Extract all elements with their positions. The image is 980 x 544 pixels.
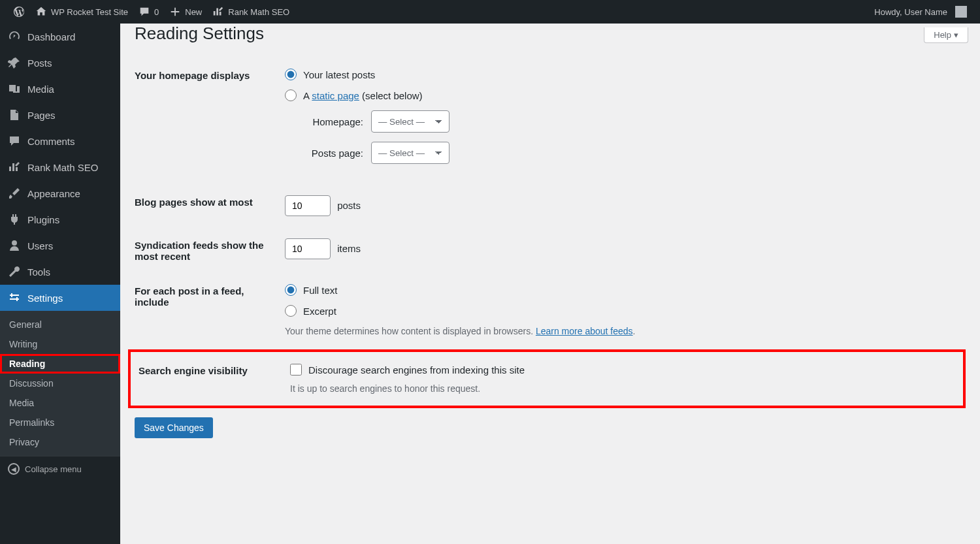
sidebar-item-label: Settings [27,293,63,304]
submenu-discussion[interactable]: Discussion [0,374,120,393]
submenu-writing[interactable]: Writing [0,334,120,354]
sidebar-item-label: Rank Math SEO [27,162,98,173]
learn-more-feeds-link[interactable]: Learn more about feeds [536,326,633,336]
submenu-media[interactable]: Media [0,393,120,413]
comment-icon [8,135,21,148]
wp-logo[interactable] [8,0,30,24]
sidebar-item-label: Tools [27,266,50,278]
pages-icon [8,108,21,121]
admin-sidebar: Dashboard Posts Media Pages Comments Ran… [0,24,120,473]
sidebar-item-pages[interactable]: Pages [0,102,120,128]
home-icon [35,6,47,18]
site-title: WP Rocket Test Site [51,7,128,17]
discourage-checkbox-label[interactable]: Discourage search engines from indexing … [308,364,525,376]
radio-latest-posts-label[interactable]: Your latest posts [303,69,375,80]
sidebar-item-posts[interactable]: Posts [0,50,120,76]
sidebar-item-comments[interactable]: Comments [0,128,120,154]
help-tab[interactable]: Help ▾ [924,27,968,43]
radio-static-page-label[interactable]: A static page (select below) [303,90,423,101]
sidebar-item-label: Comments [27,136,75,147]
dashboard-icon [8,30,21,43]
sidebar-item-plugins[interactable]: Plugins [0,206,120,232]
media-icon [8,82,21,95]
posts-page-select[interactable]: — Select — [371,142,449,164]
comments-count: 0 [154,7,159,17]
comments-link[interactable]: 0 [133,0,164,24]
posts-page-select-label: Posts page: [303,148,363,159]
feeds-unit: items [337,243,361,254]
plug-icon [8,213,21,226]
homepage-select[interactable]: — Select — [371,110,449,133]
radio-full-text[interactable] [285,284,297,296]
submenu-permalinks[interactable]: Permalinks [0,413,120,432]
comment-icon [139,6,150,18]
rankmath-label: Rank Math SEO [228,7,289,17]
sidebar-item-tools[interactable]: Tools [0,259,120,285]
sidebar-item-label: Users [27,240,53,251]
rankmath-link[interactable]: Rank Math SEO [207,0,295,24]
sidebar-item-users[interactable]: Users [0,232,120,259]
sidebar-item-label: Pages [27,110,56,121]
user-icon [8,239,21,252]
page-title: Reading Settings [135,24,966,44]
brush-icon [8,187,21,200]
save-button[interactable]: Save Changes [135,417,213,438]
radio-excerpt[interactable] [285,305,297,317]
collapse-icon: ◀ [8,463,20,473]
sidebar-item-settings[interactable]: Settings [0,285,120,311]
sidebar-item-media[interactable]: Media [0,76,120,102]
sidebar-item-rankmath[interactable]: Rank Math SEO [0,154,120,180]
user-menu[interactable]: Howdy, User Name [869,0,972,24]
blog-pages-unit: posts [337,200,361,211]
wordpress-icon [13,6,25,18]
radio-excerpt-label[interactable]: Excerpt [303,306,336,317]
submenu-general[interactable]: General [0,315,120,334]
sidebar-item-label: Media [27,84,54,95]
collapse-label: Collapse menu [25,464,82,474]
collapse-menu[interactable]: ◀ Collapse menu [0,456,120,473]
help-label: Help [934,30,951,40]
discourage-checkbox[interactable] [290,364,302,376]
sidebar-item-dashboard[interactable]: Dashboard [0,24,120,50]
main-content: Help ▾ Reading Settings Your homepage di… [120,24,980,473]
howdy-text: Howdy, User Name [874,7,947,17]
search-visibility-highlight: Search engine visibility Discourage sear… [128,349,966,408]
feed-description: Your theme determines how content is dis… [285,326,959,336]
radio-latest-posts[interactable] [285,69,297,80]
avatar [955,6,967,18]
chart-icon [8,161,21,174]
submenu-reading[interactable]: Reading [0,354,120,374]
feed-include-heading: For each post in a feed, include [135,275,285,349]
search-visibility-heading: Search engine visibility [139,361,289,396]
wrench-icon [8,265,21,278]
chart-icon [212,6,224,18]
sidebar-item-label: Posts [27,57,52,69]
new-content-link[interactable]: New [164,0,207,24]
sidebar-item-appearance[interactable]: Appearance [0,180,120,206]
submenu-privacy[interactable]: Privacy [0,432,120,452]
blog-pages-input[interactable] [285,195,331,216]
radio-full-text-label[interactable]: Full text [303,285,338,296]
feeds-heading: Syndication feeds show the most recent [135,229,285,275]
feeds-input[interactable] [285,238,331,259]
sliders-icon [8,291,21,304]
homepage-select-label: Homepage: [303,116,363,127]
pin-icon [8,56,21,69]
site-name-link[interactable]: WP Rocket Test Site [30,0,133,24]
sidebar-item-label: Plugins [27,214,59,225]
settings-submenu: General Writing Reading Discussion Media… [0,311,120,456]
sidebar-item-label: Appearance [27,188,80,199]
chevron-down-icon: ▾ [954,30,958,40]
plus-icon [169,6,181,18]
radio-static-page[interactable] [285,89,297,101]
homepage-displays-heading: Your homepage displays [135,59,285,186]
new-label: New [185,7,202,17]
sidebar-item-label: Dashboard [27,31,75,42]
admin-toolbar: WP Rocket Test Site 0 New Rank Math SEO … [0,0,980,24]
blog-pages-heading: Blog pages show at most [135,186,285,229]
search-visibility-note: It is up to search engines to honor this… [290,383,949,394]
static-page-link[interactable]: static page [312,90,359,101]
